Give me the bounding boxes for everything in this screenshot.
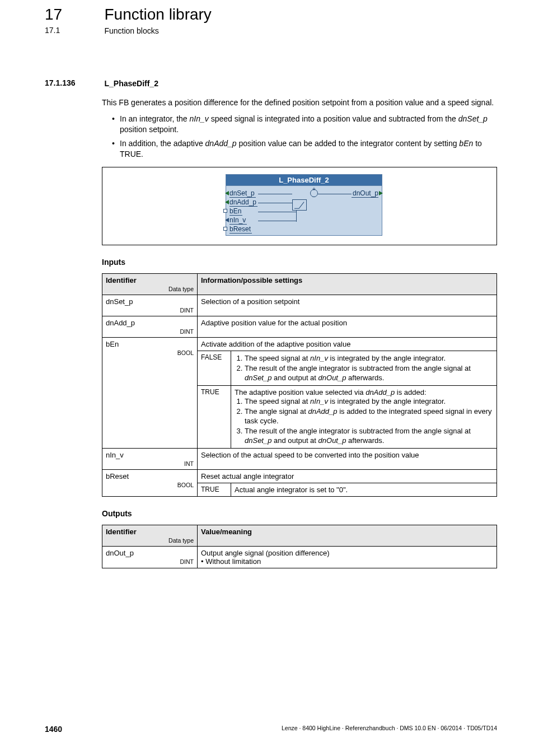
text-italic: dnSet_p [245, 436, 271, 445]
subsection-title: Function blocks [104, 26, 158, 35]
col-identifier: Identifier Data type [102, 274, 198, 295]
table-row: bReset BOOL Reset actual angle integrato… [102, 469, 497, 483]
table-header-row: Identifier Data type Information/possibl… [102, 274, 497, 295]
text: In addition, the adaptive [120, 139, 205, 148]
text: Output angle signal (position difference… [201, 549, 493, 557]
text: The adaptive position value selected via [235, 388, 366, 396]
table-header-row: Identifier Data type Value/meaning [102, 525, 497, 546]
wire [296, 211, 297, 222]
text: is added: [395, 388, 426, 396]
section-title: L_PhaseDiff_2 [104, 79, 158, 88]
identifier: nIn_v [106, 451, 124, 459]
text: The result of the angle integrator is su… [245, 427, 471, 435]
data-type: INT [106, 460, 194, 467]
text: is integrated by the angle integrator. [328, 397, 446, 405]
wire [318, 194, 352, 194]
fb-block: L_PhaseDiff_2 dnSet_p dnAdd_p bEn nIn_v … [226, 174, 382, 236]
cell-identifier: bEn BOOL [102, 338, 198, 448]
cell-value-label: TRUE [198, 483, 231, 496]
text-italic: dnSet_p [458, 114, 488, 123]
text-italic: nIn_v [310, 354, 328, 362]
chapter-title: Function library [104, 6, 211, 24]
text: The speed signal at [245, 397, 310, 405]
text: and output at [271, 374, 318, 382]
list-item: The speed signal at nIn_v is integrated … [245, 354, 493, 363]
section-number: 17.1.136 [45, 78, 102, 87]
port-dnset-p: dnSet_p [229, 189, 256, 198]
cell-description: The speed signal at nIn_v is integrated … [231, 351, 497, 386]
table-row: bEn BOOL Activate addition of the adapti… [102, 338, 497, 351]
port-ben: bEn [229, 207, 242, 216]
outputs-table: Identifier Data type Value/meaning dnOut… [102, 525, 497, 568]
table-row: dnOut_p DINT Output angle signal (positi… [102, 546, 497, 568]
cell-identifier: dnSet_p DINT [102, 295, 198, 316]
text: The speed signal at [245, 354, 310, 362]
port-breset: bReset [229, 225, 252, 234]
minus-icon: − [312, 194, 316, 200]
text: position setpoint. [120, 125, 179, 134]
list-item: The result of the angle integrator is su… [245, 364, 493, 383]
port-label: nIn_v [229, 216, 246, 224]
cell-value: Output angle signal (position difference… [198, 546, 497, 568]
section-row: 17.1.136 L_PhaseDiff_2 [45, 78, 497, 88]
list-item: The result of the angle integrator is su… [245, 427, 493, 446]
cell-value-label: FALSE [198, 351, 231, 386]
identifier: bReset [106, 472, 129, 480]
port-nin-v: nIn_v [229, 216, 247, 225]
subsection-number: 17.1 [45, 26, 102, 35]
integrator-icon [292, 199, 307, 211]
header-sublabel: Data type [106, 286, 194, 292]
data-type: DINT [106, 307, 194, 314]
chapter-number: 17 [45, 6, 102, 24]
table-row: dnAdd_p DINT Adaptive position value for… [102, 316, 497, 338]
list-item: In addition, the adaptive dnAdd_p positi… [112, 138, 497, 160]
cell-description: Actual angle integrator is set to "0". [231, 483, 497, 496]
page-number: 1460 [45, 725, 62, 734]
port-label: dnOut_p [353, 189, 378, 197]
cell-info: Activate addition of the adaptive positi… [198, 338, 497, 351]
cell-value-label: TRUE [198, 386, 231, 448]
text-italic: bEn [459, 139, 473, 148]
cell-description: The adaptive position value selected via… [231, 386, 497, 448]
wire [258, 212, 296, 212]
header-sublabel: Data type [106, 537, 194, 544]
text-italic: nIn_v [190, 114, 209, 123]
inputs-heading: Inputs [102, 258, 497, 267]
fb-title: L_PhaseDiff_2 [226, 175, 382, 186]
identifier: dnOut_p [106, 549, 134, 557]
fb-body: dnSet_p dnAdd_p bEn nIn_v bReset dnOut_p… [226, 186, 382, 235]
col-value: Value/meaning [198, 525, 497, 546]
port-label: bEn [229, 207, 241, 215]
text: speed signal is integrated into a positi… [209, 114, 458, 123]
port-dnout-p: dnOut_p [352, 189, 378, 198]
data-type: BOOL [106, 482, 194, 488]
ordered-list: The speed signal at nIn_v is integrated … [245, 354, 493, 383]
header-label: Identifier [106, 528, 137, 536]
bullet-list: In an integrator, the nIn_v speed signal… [112, 114, 497, 160]
ordered-list: The speed signal at nIn_v is integrated … [245, 397, 493, 445]
subsection-row: 17.1 Function blocks [45, 26, 497, 36]
text: • Without limitation [201, 557, 493, 566]
text-italic: dnAdd_p [366, 388, 395, 396]
data-type: BOOL [106, 349, 194, 356]
cell-info: Selection of the actual speed to be conv… [198, 448, 497, 469]
cell-identifier: dnAdd_p DINT [102, 316, 198, 338]
port-label: bReset [229, 225, 251, 233]
data-type: DINT [106, 558, 194, 565]
wire [258, 203, 292, 203]
cell-identifier: dnOut_p DINT [102, 546, 198, 568]
text-italic: nIn_v [310, 397, 328, 405]
cell-info: Reset actual angle integrator [198, 469, 497, 483]
outputs-heading: Outputs [102, 509, 497, 518]
data-type: DINT [106, 328, 194, 335]
list-item: The angle signal at dnAdd_p is added to … [245, 407, 493, 426]
text: afterwards. [346, 374, 384, 382]
plus-icon: + [312, 186, 316, 192]
text-italic: dnAdd_p [308, 407, 337, 416]
inputs-table: Identifier Data type Information/possibl… [102, 273, 497, 496]
wire [258, 221, 296, 221]
table-row: dnSet_p DINT Selection of a position set… [102, 295, 497, 316]
text-italic: dnSet_p [245, 374, 271, 382]
page-footer: 1460 Lenze · 8400 HighLine · Referenzhan… [45, 725, 497, 734]
text: In an integrator, the [120, 114, 190, 123]
